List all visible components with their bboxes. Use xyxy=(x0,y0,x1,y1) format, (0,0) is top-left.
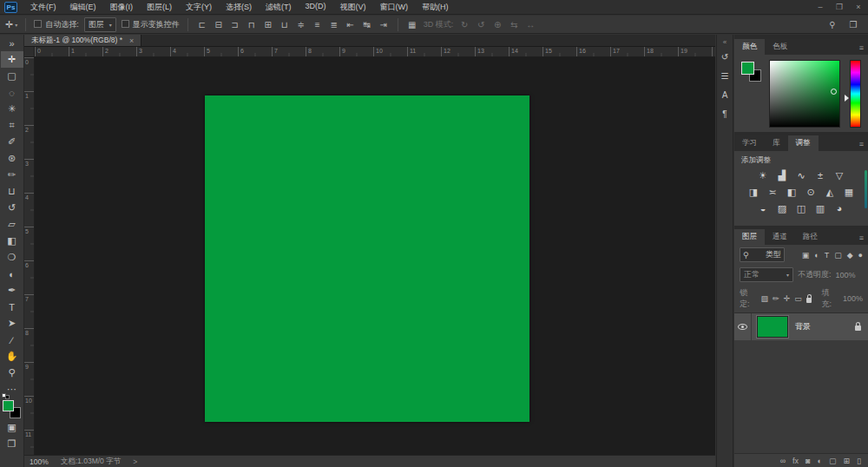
gradient-map-icon[interactable]: ▥ xyxy=(815,203,826,214)
lock-all-icon[interactable] xyxy=(806,298,812,303)
horizontal-ruler[interactable]: 012345678910111213141516171819 xyxy=(35,47,715,57)
align-center-v-icon[interactable]: ⊞ xyxy=(262,20,274,30)
rectangular-marquee-tool[interactable]: ▢ xyxy=(1,68,23,84)
panel-tab[interactable]: 通道 xyxy=(765,229,795,245)
color-lookup-icon[interactable]: ▦ xyxy=(844,187,855,198)
3d-zoom-icon[interactable]: ↔ xyxy=(524,20,536,30)
search-icon[interactable]: ⚲ xyxy=(826,20,838,30)
visibility-toggle[interactable] xyxy=(734,313,752,340)
foreground-color-swatch[interactable] xyxy=(741,62,754,75)
panel-tab[interactable]: 路径 xyxy=(795,229,825,245)
hue-slider[interactable] xyxy=(850,60,861,128)
align-top-icon[interactable]: ⊓ xyxy=(246,20,258,30)
menu-item[interactable]: 图像(I) xyxy=(104,0,140,15)
paragraph-panel-icon[interactable]: ¶ xyxy=(717,104,733,123)
panel-tab[interactable]: 学习 xyxy=(734,135,765,151)
filter-toggle-icon[interactable]: ● xyxy=(858,251,863,260)
type-tool[interactable]: T xyxy=(1,299,23,315)
eyedropper-tool[interactable]: ✐ xyxy=(1,134,23,150)
color-cursor-icon[interactable] xyxy=(831,89,837,95)
3d-slide-icon[interactable]: ⇆ xyxy=(508,20,520,30)
lock-transparent-icon[interactable]: ▨ xyxy=(761,294,769,303)
hue-saturation-icon[interactable]: ◨ xyxy=(748,187,760,198)
align-center-h-icon[interactable]: ⊟ xyxy=(213,20,225,30)
invert-icon[interactable]: ◒ xyxy=(758,203,769,214)
selective-color-icon[interactable]: ◕ xyxy=(834,203,845,214)
distribute-center-h-icon[interactable]: ↹ xyxy=(361,20,373,30)
menu-item[interactable]: 窗口(W) xyxy=(374,0,415,15)
panel-menu-icon[interactable]: ≡ xyxy=(859,43,868,55)
window-restore-button[interactable]: ❐ xyxy=(830,3,849,11)
curves-icon[interactable]: ∿ xyxy=(796,170,807,181)
crop-tool[interactable]: ⌗ xyxy=(1,117,23,134)
vertical-ruler[interactable]: 01234567891011 xyxy=(24,57,35,455)
line-tool[interactable]: ∕ xyxy=(1,332,23,348)
panel-tab[interactable]: 库 xyxy=(765,135,788,151)
blend-mode-dropdown[interactable]: 正常 ▾ xyxy=(740,267,793,282)
align-right-icon[interactable]: ⊐ xyxy=(229,20,241,30)
adjustment-layer-icon[interactable]: ◐ xyxy=(818,457,822,465)
foreground-background-swatches[interactable] xyxy=(3,400,22,419)
show-transform-checkbox[interactable]: 显示变换控件 xyxy=(122,19,180,30)
status-chevron-icon[interactable]: > xyxy=(133,457,137,466)
brightness-contrast-icon[interactable]: ☀ xyxy=(758,170,769,181)
window-close-button[interactable]: × xyxy=(849,3,868,11)
quick-selection-tool[interactable]: ✳ xyxy=(1,101,23,117)
opacity-value[interactable]: 100% xyxy=(836,271,856,280)
toolbar-collapse-icon[interactable]: » xyxy=(1,35,23,51)
delete-layer-icon[interactable]: ▯ xyxy=(857,457,861,465)
3d-roll-icon[interactable]: ↺ xyxy=(475,20,487,30)
auto-select-checkbox[interactable]: 自动选择: xyxy=(34,19,79,30)
character-panel-icon[interactable]: A xyxy=(717,85,733,104)
layer-group-icon[interactable]: ▢ xyxy=(829,457,837,465)
filter-type-icon[interactable]: T xyxy=(825,251,830,260)
panel-tab[interactable]: 颜色 xyxy=(734,39,765,55)
foreground-color-swatch[interactable] xyxy=(3,400,14,411)
threshold-icon[interactable]: ◫ xyxy=(796,203,807,214)
menu-item[interactable]: 选择(S) xyxy=(220,0,258,15)
lock-pixels-icon[interactable]: ✏ xyxy=(773,294,779,303)
exposure-icon[interactable]: ± xyxy=(815,170,826,181)
quick-mask-icon[interactable]: ▣ xyxy=(1,419,23,436)
history-brush-tool[interactable]: ↺ xyxy=(1,200,23,216)
blur-tool[interactable]: ❍ xyxy=(1,249,23,266)
panel-scrollbar[interactable] xyxy=(865,170,867,208)
align-left-icon[interactable]: ⊏ xyxy=(196,20,208,30)
expand-dock-icon[interactable]: « xyxy=(717,36,733,47)
lock-position-icon[interactable]: ✛ xyxy=(784,294,791,303)
pen-tool[interactable]: ✒ xyxy=(1,282,23,299)
vibrance-icon[interactable]: ▽ xyxy=(834,170,845,181)
lasso-tool[interactable]: ◌ xyxy=(1,84,23,101)
3d-orbit-icon[interactable]: ↻ xyxy=(458,20,470,30)
panel-tab[interactable]: 色板 xyxy=(765,39,795,55)
panel-menu-icon[interactable]: ≡ xyxy=(859,140,868,151)
path-selection-tool[interactable]: ➤ xyxy=(1,315,23,332)
lock-artboard-icon[interactable]: ▭ xyxy=(794,294,802,303)
layer-thumbnail[interactable] xyxy=(757,316,788,338)
hand-tool[interactable]: ✋ xyxy=(1,348,23,365)
filter-pixel-icon[interactable]: ▣ xyxy=(802,251,810,260)
auto-align-icon[interactable]: ▦ xyxy=(406,20,418,30)
menu-item[interactable]: 文件(F) xyxy=(24,0,62,15)
layer-effects-icon[interactable]: fx xyxy=(792,457,799,465)
eraser-tool[interactable]: ▱ xyxy=(1,216,23,233)
align-bottom-icon[interactable]: ⊔ xyxy=(279,20,291,30)
panel-tab[interactable]: 图层 xyxy=(734,229,765,245)
link-layers-icon[interactable]: ∞ xyxy=(780,457,786,465)
layer-mask-icon[interactable]: ◙ xyxy=(806,457,810,465)
history-panel-icon[interactable]: ↺ xyxy=(717,47,733,66)
color-balance-icon[interactable]: ≍ xyxy=(767,187,779,198)
layer-lock-icon[interactable] xyxy=(855,326,861,331)
posterize-icon[interactable]: ▨ xyxy=(777,203,788,214)
menu-item[interactable]: 编辑(E) xyxy=(64,0,102,15)
menu-item[interactable]: 文字(Y) xyxy=(180,0,218,15)
clone-stamp-tool[interactable]: ⊔ xyxy=(1,183,23,200)
filter-adjustment-icon[interactable]: ◐ xyxy=(814,251,819,260)
dodge-tool[interactable]: ◐ xyxy=(1,266,23,282)
menu-item[interactable]: 3D(D) xyxy=(299,0,332,15)
black-white-icon[interactable]: ◧ xyxy=(786,187,798,198)
filter-shape-icon[interactable]: ▢ xyxy=(834,251,842,260)
window-minimize-button[interactable]: – xyxy=(811,3,830,11)
canvas-document[interactable] xyxy=(205,95,529,422)
hue-slider-arrow-icon[interactable] xyxy=(845,95,849,102)
